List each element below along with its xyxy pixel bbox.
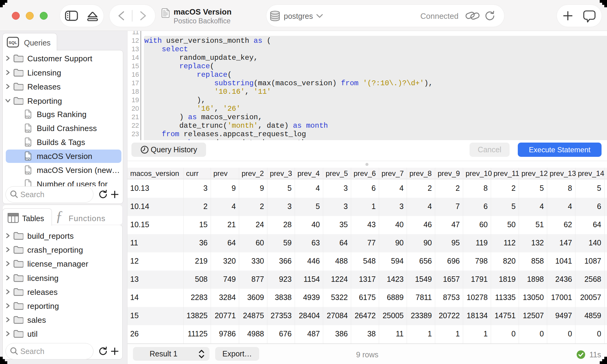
svg-text:SQL: SQL [9,40,17,45]
svg-text:SQL: SQL [25,143,31,146]
svg-text:SQL: SQL [25,157,31,160]
svg-text:SQL: SQL [25,115,31,118]
svg-text:SQL: SQL [25,129,31,132]
svg-text:SQL: SQL [25,171,31,174]
